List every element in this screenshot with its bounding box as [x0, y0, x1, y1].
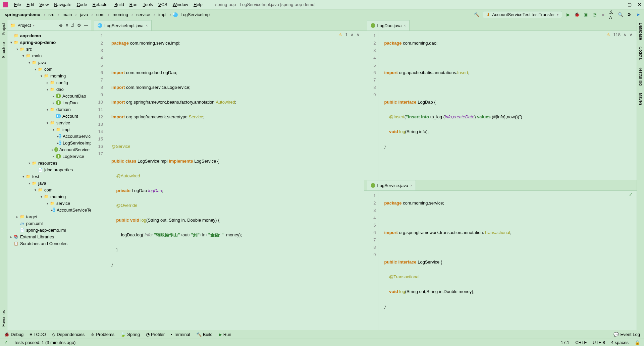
iml-icon: 📄 [19, 228, 25, 232]
breadcrumb-impl[interactable]: impl [157, 12, 168, 17]
collapse-icon[interactable]: ⇵ [71, 23, 74, 28]
next-warning-icon[interactable]: ∨ [357, 32, 360, 37]
warning-count: 1 [345, 32, 347, 37]
tool-database[interactable]: Database [638, 23, 643, 40]
tool-run[interactable]: ▶Run [219, 332, 231, 337]
tool-spring[interactable]: 🍃Spring [120, 332, 140, 337]
folder-icon: 📁 [38, 187, 43, 192]
breadcrumb-moming[interactable]: moming [111, 12, 129, 17]
event-log[interactable]: 💬Event Log [613, 332, 640, 337]
todo-icon: ≡ [30, 332, 32, 337]
warning-icon: ⚠ [606, 32, 610, 37]
tab-close-icon[interactable]: × [146, 23, 148, 27]
project-tree[interactable]: 📁aop-demo ▾📁spring-aop-demo ▾📁src ▾📁main… [7, 31, 91, 330]
status-indent[interactable]: 4 spaces [611, 340, 629, 345]
tool-terminal[interactable]: ▪Terminal [171, 332, 190, 337]
line-gutter: 123456789 [364, 31, 378, 180]
menu-run[interactable]: Run [127, 1, 140, 8]
window-title: spring-aop - LogServiceImpl.java [spring… [215, 2, 316, 7]
profile-icon[interactable]: ◔ [592, 12, 597, 17]
breadcrumb-project[interactable]: spring-aop-demo [3, 12, 42, 17]
menu-build[interactable]: Build [112, 1, 127, 8]
minimize-icon[interactable]: — [617, 2, 622, 7]
breadcrumb-service[interactable]: service [135, 12, 151, 17]
tool-project[interactable]: Project [1, 23, 6, 35]
editor-logserviceimpl[interactable]: 1234567891011121314151617 package com.mo… [91, 31, 364, 330]
menu-vcs[interactable]: VCS [156, 1, 170, 8]
debug-icon[interactable]: 🐞 [574, 12, 580, 17]
menu-navigate[interactable]: Navigate [51, 1, 74, 8]
tool-structure[interactable]: Structure [1, 42, 6, 58]
menu-tools[interactable]: Tools [140, 1, 156, 8]
tool-restfultool[interactable]: RestfulTool [638, 66, 643, 86]
run-config-selector[interactable]: ⬇ AccountServiceTest.testTransfer ▾ [483, 11, 562, 18]
folder-icon: 📁 [50, 201, 55, 206]
class-icon: C [59, 134, 61, 138]
build-hammer-icon[interactable]: 🔨 [474, 12, 479, 17]
editor-logdao[interactable]: 123456789 package com.moming.dao; import… [364, 31, 637, 180]
eventlog-icon: 💬 [613, 332, 619, 337]
menu-file[interactable]: File [11, 1, 24, 8]
tab-close-icon[interactable]: × [404, 23, 406, 27]
properties-icon: 📄 [38, 167, 43, 172]
tab-close-icon[interactable]: × [410, 183, 412, 187]
hide-icon[interactable]: — [84, 23, 88, 28]
warning-icon: ⚠ [91, 332, 95, 337]
search-icon[interactable]: 🔍 [618, 12, 623, 17]
run-icon[interactable]: ▶ [566, 12, 571, 17]
next-warning-icon[interactable]: ∨ [629, 32, 633, 37]
menu-window[interactable]: Window [170, 1, 191, 8]
prev-warning-icon[interactable]: ∧ [351, 32, 354, 37]
breadcrumb-com[interactable]: com [95, 12, 106, 17]
tool-dependencies[interactable]: ◇Dependencies [52, 332, 85, 337]
prev-warning-icon[interactable]: ∧ [623, 32, 627, 37]
spring-icon: 🍃 [120, 332, 126, 337]
status-line-sep[interactable]: CRLF [575, 340, 587, 345]
tool-profiler[interactable]: ◔Profiler [146, 332, 165, 337]
folder-icon: 📁 [32, 60, 37, 65]
deps-icon: ◇ [52, 332, 55, 337]
tool-problems[interactable]: ⚠Problems [91, 332, 114, 337]
translate-icon[interactable]: 文A [609, 12, 614, 17]
line-gutter: 1234567891011121314151617 [91, 31, 105, 330]
tool-todo[interactable]: ≡TODO [30, 332, 46, 337]
status-encoding[interactable]: UTF-8 [593, 340, 605, 345]
tab-logserviceimpl[interactable]: C LogServiceImpl.java × [94, 20, 152, 31]
menu-code[interactable]: Code [74, 1, 90, 8]
status-lock-icon[interactable]: 🔒 [635, 340, 640, 345]
library-icon: 📚 [13, 234, 19, 239]
class-icon: C [53, 208, 55, 212]
stop-icon[interactable]: ■ [600, 12, 606, 17]
status-cursor-pos[interactable]: 17:1 [561, 340, 569, 345]
menu-refactor[interactable]: Refactor [90, 1, 112, 8]
tab-logdao[interactable]: I LogDao.java × [367, 20, 410, 31]
class-icon: C [59, 140, 61, 145]
tab-logservice[interactable]: I LogService.java × [367, 180, 416, 190]
locate-icon[interactable]: ⊕ [59, 23, 63, 28]
breadcrumb-src[interactable]: src [47, 12, 56, 17]
menu-view[interactable]: View [37, 1, 51, 8]
settings-icon[interactable]: ⚙ [627, 12, 632, 17]
tool-maven[interactable]: Maven [638, 93, 643, 105]
profiler-icon: ◔ [146, 332, 150, 337]
forward-icon[interactable]: ➤ [635, 12, 641, 17]
run-config-label: AccountServiceTest.testTransfer [492, 12, 555, 17]
folder-icon: 📁 [25, 53, 31, 58]
breadcrumb-file[interactable]: LogServiceImpl [179, 12, 212, 17]
tool-codota[interactable]: Codota [638, 47, 643, 60]
menu-help[interactable]: Help [191, 1, 205, 8]
breadcrumb-java[interactable]: java [79, 12, 90, 17]
interface-icon: I [56, 154, 61, 159]
tool-build[interactable]: 🔨Build [196, 332, 213, 337]
tool-favorites[interactable]: Favorites [1, 310, 6, 327]
editor-logservice[interactable]: 123456789 package com.moming.service; im… [364, 191, 637, 330]
tool-debug[interactable]: 🐞Debug [4, 332, 23, 337]
coverage-icon[interactable]: ▣ [583, 12, 588, 17]
menu-edit[interactable]: Edit [24, 1, 37, 8]
terminal-icon: ▪ [171, 332, 172, 337]
breadcrumb-main[interactable]: main [61, 12, 73, 17]
expand-icon[interactable]: ≡ [65, 23, 68, 28]
settings-gear-icon[interactable]: ⚙ [77, 23, 81, 28]
maximize-icon[interactable]: ▢ [628, 2, 632, 7]
close-icon[interactable]: ✕ [638, 2, 641, 7]
